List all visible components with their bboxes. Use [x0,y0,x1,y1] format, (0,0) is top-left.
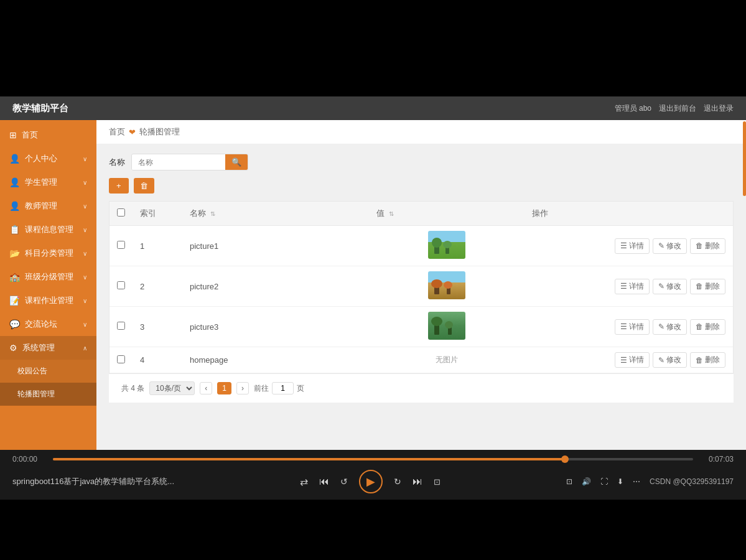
sidebar-item-notice[interactable]: 校园公告 [0,360,96,383]
detail-icon: ☰ [620,282,627,291]
profile-arrow-icon: ∨ [83,156,87,162]
sidebar-item-subject[interactable]: 📂 科目分类管理 ∨ [0,241,96,265]
cell-name: homepage [182,347,369,373]
delete-row-button[interactable]: 🗑 删除 [690,279,725,294]
sidebar-item-teacher[interactable]: 👤 教师管理 ∨ [0,194,96,218]
more-button[interactable]: ⋯ [633,477,640,486]
sidebar-item-student[interactable]: 👤 学生管理 ∨ [0,170,96,194]
fullscreen-button[interactable]: ⛶ [600,477,608,486]
video-controls: ⇄ ⏮ ↺ ▶ ↻ ⏭ ⊡ [300,470,441,493]
rewind-button[interactable]: ↺ [340,477,348,487]
edit-icon: ✎ [658,322,664,331]
sidebar-item-course-info[interactable]: 📋 课程信息管理 ∨ [0,218,96,241]
pagination-bar: 共 4 条 10条/页 20条/页 50条/页 ‹ 1 › 前往 页 [109,374,734,403]
cell-index: 1 [133,226,182,266]
delete-row-button[interactable]: 🗑 删除 [690,319,725,335]
scroll-strip[interactable] [743,121,746,196]
detail-button[interactable]: ☰ 详情 [615,319,650,335]
teacher-arrow-icon: ∨ [83,203,87,210]
delete-row-button[interactable]: 🗑 删除 [690,352,725,368]
col-header-ops: 操作 [525,202,733,226]
sidebar-homework-label: 课程作业管理 [25,295,73,306]
row-checkbox[interactable] [117,355,125,363]
page-1-button[interactable]: 1 [217,382,231,394]
next-button[interactable]: ⏭ [413,476,422,487]
goto-label: 前往 [254,383,269,394]
homework-icon: 📝 [9,296,20,306]
sidebar-subject-label: 科目分类管理 [25,248,73,259]
shuffle-button[interactable]: ⇄ [300,476,308,488]
edit-button[interactable]: ✎ 修改 [653,352,687,368]
search-button[interactable]: 🔍 [225,154,248,170]
progress-fill [53,458,565,460]
admin-info: 管理员 abo [615,103,651,114]
edit-button[interactable]: ✎ 修改 [653,238,687,254]
subtitles-button[interactable]: ⊡ [566,477,572,486]
detail-button[interactable]: ☰ 详情 [615,352,650,368]
col-header-value[interactable]: 值 ⇅ [369,202,525,226]
homework-arrow-icon: ∨ [83,297,87,304]
sidebar-system-label: 系统管理 [22,342,55,353]
search-bar: 名称 🔍 [109,154,734,170]
sidebar-item-system[interactable]: ⚙ 系统管理 ∧ [0,336,96,360]
pip-button[interactable]: ⊡ [434,477,441,487]
sidebar-item-forum[interactable]: 💬 交流论坛 ∨ [0,312,96,336]
app-header: 教学辅助平台 管理员 abo 退出到前台 退出登录 [0,96,746,120]
edit-icon: ✎ [658,356,664,365]
play-button[interactable]: ▶ [359,470,383,493]
row-checkbox[interactable] [117,241,125,249]
content-area: 名称 🔍 + 🗑 [96,144,746,412]
student-icon: 👤 [9,177,20,187]
page-next-button[interactable]: › [236,382,249,394]
sidebar-item-carousel[interactable]: 轮播图管理 [0,383,96,406]
page-total: 共 4 条 [121,383,144,394]
forum-icon: 💬 [9,319,20,329]
volume-button[interactable]: 🔊 [582,477,591,486]
delete-button[interactable]: 🗑 [134,178,154,194]
forward-button[interactable]: ↻ [394,477,401,487]
delete-row-button[interactable]: 🗑 删除 [690,238,725,254]
delete-icon: 🗑 [696,356,703,365]
download-button[interactable]: ⬇ [617,477,623,486]
cell-name: picture2 [182,266,369,307]
system-icon: ⚙ [9,343,17,353]
goto-input[interactable] [272,382,294,394]
search-input[interactable] [132,155,225,170]
progress-track[interactable] [53,458,693,460]
table-row: 3picture3 ☰ 详情 ✎ 修改 🗑 删除 [110,307,733,347]
row-checkbox[interactable] [117,322,125,330]
sidebar-item-homework[interactable]: 📝 课程作业管理 ∨ [0,289,96,312]
sidebar-item-profile[interactable]: 👤 个人中心 ∨ [0,147,96,170]
sidebar-item-home[interactable]: ⊞ 首页 [0,123,96,147]
edit-button[interactable]: ✎ 修改 [653,319,687,335]
select-all-checkbox[interactable] [117,208,125,217]
course-info-arrow-icon: ∨ [83,226,87,233]
table-wrap: 索引 名称 ⇅ 值 ⇅ [109,201,734,374]
page-prev-button[interactable]: ‹ [200,382,212,394]
detail-button[interactable]: ☰ 详情 [615,238,650,254]
prev-button[interactable]: ⏮ [319,476,329,487]
col-header-name[interactable]: 名称 ⇅ [182,202,369,226]
exit-frontend-button[interactable]: 退出到前台 [659,103,696,114]
cell-index: 2 [133,266,182,307]
sidebar-item-grade[interactable]: 🏫 班级分级管理 ∨ [0,265,96,289]
page-size-select[interactable]: 10条/页 20条/页 50条/页 [149,381,195,395]
col-header-index: 索引 [133,202,182,226]
breadcrumb-home[interactable]: 首页 [109,126,125,138]
edit-button[interactable]: ✎ 修改 [653,279,687,294]
detail-button[interactable]: ☰ 详情 [615,279,650,294]
add-button[interactable]: + [109,178,129,194]
system-arrow-icon: ∧ [83,345,87,352]
cell-value [369,266,525,307]
sidebar-student-label: 学生管理 [25,177,57,188]
forum-arrow-icon: ∨ [83,321,87,328]
detail-icon: ☰ [620,241,627,250]
sidebar-notice-label: 校园公告 [17,366,47,376]
progress-thumb[interactable] [561,455,569,463]
body-wrap: ⊞ 首页 👤 个人中心 ∨ 👤 学生管理 ∨ 👤 [0,120,746,450]
main-content: 首页 ❤ 轮播图管理 名称 🔍 + 🗑 [96,120,746,450]
cell-ops: ☰ 详情 ✎ 修改 🗑 删除 [525,226,733,266]
time-current: 0:00:00 [12,455,44,464]
logout-button[interactable]: 退出登录 [704,103,734,114]
row-checkbox[interactable] [117,281,125,289]
